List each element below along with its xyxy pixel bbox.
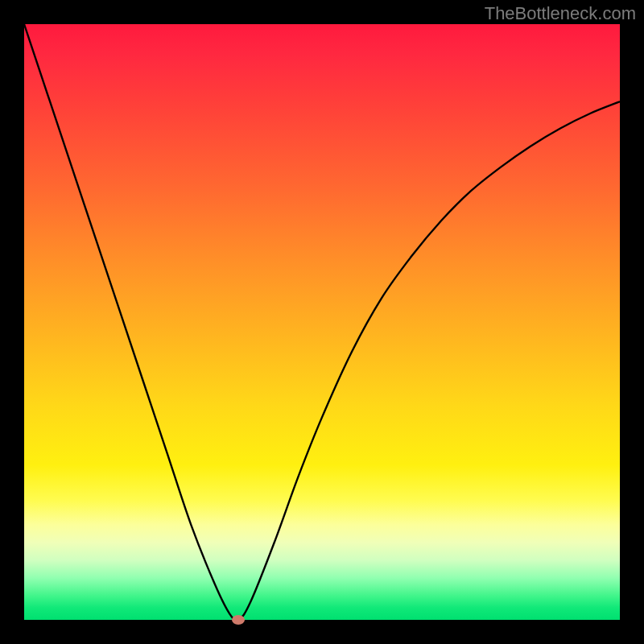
watermark-text: TheBottleneck.com [485,3,636,24]
minimum-marker-dot [232,615,245,625]
chart-container: TheBottleneck.com [0,0,644,644]
bottleneck-curve-svg [24,24,620,620]
bottleneck-curve-path [24,24,620,620]
plot-area [24,24,620,620]
